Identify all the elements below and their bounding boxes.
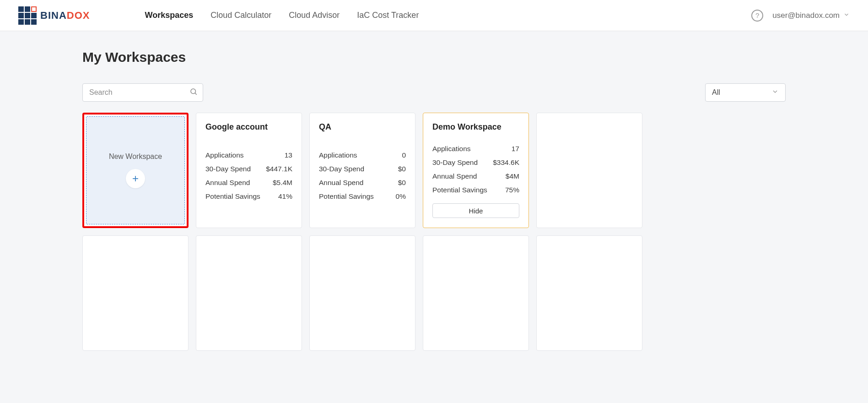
user-email: user@binadox.com bbox=[772, 11, 840, 20]
toolbar: All bbox=[82, 83, 786, 102]
stat-value: $0 bbox=[398, 179, 406, 187]
search-wrap bbox=[82, 83, 203, 102]
stat-row: Annual Spend $4M bbox=[432, 172, 519, 180]
stat-label: Annual Spend bbox=[319, 179, 363, 187]
search-icon bbox=[189, 87, 198, 98]
stat-label: 30-Day Spend bbox=[319, 165, 364, 173]
workspace-title: Google account bbox=[205, 122, 292, 132]
filter-select[interactable]: All bbox=[705, 83, 786, 102]
workspace-card-empty bbox=[196, 235, 302, 351]
logo[interactable]: BINADOX bbox=[18, 6, 90, 25]
stat-row: Potential Savings 75% bbox=[432, 186, 519, 194]
stat-row: Applications 0 bbox=[319, 151, 406, 159]
stat-value: $334.6K bbox=[493, 158, 519, 167]
chevron-down-icon bbox=[843, 11, 850, 19]
stat-label: Applications bbox=[319, 151, 357, 159]
stat-value: 13 bbox=[285, 151, 292, 159]
stat-label: Annual Spend bbox=[432, 172, 477, 180]
stat-row: 30-Day Spend $0 bbox=[319, 165, 406, 173]
top-header: BINADOX Workspaces Cloud Calculator Clou… bbox=[0, 0, 868, 31]
stat-row: Annual Spend $5.4M bbox=[205, 179, 292, 187]
stat-label: Potential Savings bbox=[432, 186, 487, 194]
svg-line-1 bbox=[195, 93, 196, 94]
stat-label: Applications bbox=[432, 145, 471, 153]
page-title: My Workspaces bbox=[82, 49, 786, 65]
stat-value: $5.4M bbox=[273, 179, 292, 187]
stat-value: 75% bbox=[505, 186, 519, 194]
stat-row: Potential Savings 41% bbox=[205, 192, 292, 201]
nav-cloud-calculator[interactable]: Cloud Calculator bbox=[210, 11, 271, 20]
stat-label: Annual Spend bbox=[205, 179, 250, 187]
nav-iac-cost-tracker[interactable]: IaC Cost Tracker bbox=[357, 11, 419, 20]
workspace-card-empty bbox=[82, 235, 189, 351]
stat-value: $4M bbox=[506, 172, 519, 180]
stat-label: Applications bbox=[205, 151, 244, 159]
stat-value: 41% bbox=[278, 192, 292, 201]
stat-row: Applications 13 bbox=[205, 151, 292, 159]
workspace-card[interactable]: QA Applications 0 30-Day Spend $0 Annual… bbox=[309, 113, 415, 228]
workspace-card-empty bbox=[536, 113, 642, 228]
stat-value: 17 bbox=[512, 145, 519, 153]
workspace-card-empty bbox=[309, 235, 415, 351]
workspace-grid: New Workspace + Google account Applicati… bbox=[82, 113, 786, 351]
stat-value: 0 bbox=[402, 151, 406, 159]
chevron-down-icon bbox=[771, 88, 779, 97]
new-workspace-card[interactable]: New Workspace + bbox=[82, 113, 189, 228]
workspace-card-empty bbox=[536, 235, 642, 351]
brand-part1: BINA bbox=[40, 10, 67, 21]
new-workspace-inner[interactable]: New Workspace + bbox=[86, 116, 185, 224]
search-input[interactable] bbox=[82, 83, 203, 102]
workspace-title: Demo Workspace bbox=[432, 122, 519, 132]
logo-text: BINADOX bbox=[40, 10, 90, 22]
hide-button[interactable]: Hide bbox=[432, 203, 519, 218]
nav-cloud-advisor[interactable]: Cloud Advisor bbox=[289, 11, 340, 20]
filter-selected: All bbox=[712, 88, 720, 97]
workspace-card-empty bbox=[423, 235, 529, 351]
workspace-card[interactable]: Google account Applications 13 30-Day Sp… bbox=[196, 113, 302, 228]
stat-value: $447.1K bbox=[266, 165, 292, 173]
main-content: My Workspaces All New Workspace + Google… bbox=[0, 31, 868, 369]
stat-row: Potential Savings 0% bbox=[319, 192, 406, 201]
stat-row: 30-Day Spend $334.6K bbox=[432, 158, 519, 167]
svg-point-0 bbox=[191, 89, 196, 94]
stat-row: Applications 17 bbox=[432, 145, 519, 153]
workspace-title: QA bbox=[319, 122, 406, 132]
user-menu[interactable]: user@binadox.com bbox=[772, 11, 850, 20]
stat-label: 30-Day Spend bbox=[205, 165, 251, 173]
brand-part2: DOX bbox=[67, 10, 90, 21]
new-workspace-label: New Workspace bbox=[109, 152, 162, 161]
stat-row: Annual Spend $0 bbox=[319, 179, 406, 187]
main-nav: Workspaces Cloud Calculator Cloud Adviso… bbox=[145, 11, 419, 20]
plus-icon: + bbox=[126, 169, 145, 188]
nav-workspaces[interactable]: Workspaces bbox=[145, 11, 193, 20]
help-icon[interactable]: ? bbox=[751, 10, 763, 22]
stat-row: 30-Day Spend $447.1K bbox=[205, 165, 292, 173]
workspace-card-active[interactable]: Demo Workspace Applications 17 30-Day Sp… bbox=[423, 113, 529, 228]
stat-value: $0 bbox=[398, 165, 406, 173]
stat-label: 30-Day Spend bbox=[432, 158, 478, 167]
stat-value: 0% bbox=[396, 192, 406, 201]
stat-label: Potential Savings bbox=[319, 192, 374, 201]
stat-label: Potential Savings bbox=[205, 192, 260, 201]
logo-mark-icon bbox=[18, 6, 37, 25]
header-right: ? user@binadox.com bbox=[751, 10, 850, 22]
